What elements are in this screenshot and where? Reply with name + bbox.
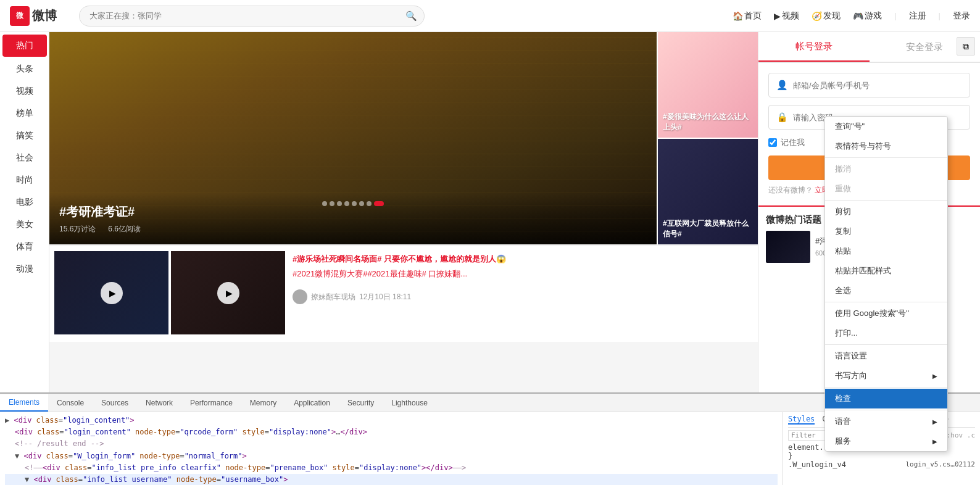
ctx-item-paste[interactable]: 粘贴: [825, 241, 947, 261]
ctx-divider-3: [825, 302, 947, 302]
carousel-title: #考研准考证#: [59, 204, 647, 220]
ctx-item-writing-direction[interactable]: 书写方向 ▶: [825, 366, 947, 386]
ctx-item-voice[interactable]: 语音 ▶: [825, 412, 947, 431]
copy-icon-btn[interactable]: ⧉: [957, 37, 975, 56]
video-thumb-1[interactable]: ▶: [54, 251, 168, 334]
hot-topic-thumbnail: [766, 231, 810, 263]
filter-hint: :hov .c: [947, 431, 975, 439]
devtab-performance[interactable]: Performance: [181, 394, 241, 412]
video-author-row: 撩妹翻车现场 12月10日 18:11: [293, 289, 748, 304]
side-card-2[interactable]: #互联网大厂裁员释放什么信号#: [658, 139, 758, 244]
styles-tab-styles[interactable]: Styles: [788, 415, 815, 425]
ctx-item-cut[interactable]: 剪切: [825, 202, 947, 222]
devtab-application[interactable]: Application: [285, 394, 339, 412]
ctx-item-selectall[interactable]: 全选: [825, 281, 947, 301]
rule-file[interactable]: login_v5.cs…02112: [905, 460, 975, 469]
author-name[interactable]: 撩妹翻车现场: [311, 292, 355, 302]
sidebar-item-video[interactable]: 视频: [2, 80, 47, 102]
ctx-item-language[interactable]: 语言设置: [825, 346, 947, 366]
nav-discover[interactable]: 🧭 发现: [812, 10, 841, 22]
ctx-divider-2: [825, 200, 947, 201]
email-field[interactable]: [793, 81, 962, 90]
services-arrow-icon: ▶: [932, 438, 937, 445]
ctx-item-google-search[interactable]: 使用 Google搜索"号": [825, 304, 947, 323]
code-line-1[interactable]: ▶ <div class="login_content">: [5, 415, 778, 426]
nav-links: 🏠 首页 ▶ 视频 🧭 发现 🎮 游戏 | 注册 | 登录: [733, 10, 970, 22]
ctx-item-emoji[interactable]: 表情符号与符号: [825, 136, 947, 156]
video-row: ▶ ▶ #游乐场社死瞬间名场面# 只要你不尴尬，尴尬的就是别人😱 #2021微博…: [49, 246, 758, 342]
sidebar-item-headlines[interactable]: 头条: [2, 58, 47, 80]
tab-account-login[interactable]: 帐号登录: [758, 32, 870, 62]
ctx-item-paste-match[interactable]: 粘贴并匹配样式: [825, 261, 947, 281]
ctx-item-inspect[interactable]: 检查: [825, 389, 947, 408]
code-line-5[interactable]: <!——<div class="info_list pre_info clear…: [5, 462, 778, 474]
ctx-divider-4: [825, 344, 947, 345]
logo-text: 微博: [32, 7, 57, 24]
play-icon-1: ▶: [101, 282, 123, 304]
code-line-6[interactable]: ▼ <div class="info_list username" node-t…: [5, 474, 778, 485]
email-input-wrap: 👤: [768, 73, 970, 97]
voice-arrow-icon: ▶: [932, 418, 937, 425]
carousel-meta: 15.6万讨论 6.6亿阅读: [59, 224, 647, 234]
side-card-1[interactable]: #爱很美味为什么这么让人上头#: [658, 32, 758, 138]
user-icon: 👤: [776, 80, 788, 91]
remember-label: 记住我: [781, 137, 805, 148]
nav-games[interactable]: 🎮 游戏: [853, 10, 882, 22]
ctx-divider-5: [825, 387, 947, 388]
devtab-sources[interactable]: Sources: [93, 394, 137, 412]
nav-divider2: |: [939, 11, 941, 20]
top-navbar: 微 微博 🔍 🏠 首页 ▶ 视频 🧭 发现 🎮 游戏 | 注册 | 登录: [0, 0, 980, 32]
devtab-lighthouse[interactable]: Lighthouse: [383, 394, 436, 412]
sidebar-item-movies[interactable]: 电影: [2, 191, 47, 213]
register-btn[interactable]: 注册: [909, 10, 926, 22]
ctx-item-search[interactable]: 查询"号": [825, 117, 947, 136]
video-tag[interactable]: #游乐场社死瞬间名场面# 只要你不尴尬，尴尬的就是别人😱: [293, 254, 748, 265]
search-bar: 🔍: [79, 6, 425, 27]
sidebar-item-hot[interactable]: 热门: [2, 35, 47, 57]
nav-home[interactable]: 🏠 首页: [733, 10, 762, 22]
sidebar-item-rankings[interactable]: 榜单: [2, 102, 47, 125]
side-card-1-text: #爱很美味为什么这么让人上头#: [663, 112, 753, 133]
carousel-dots: [322, 201, 384, 206]
carousel-section: #考研准考证# 15.6万讨论 6.6亿阅读: [49, 32, 758, 244]
sidebar-item-funny[interactable]: 搞笑: [2, 125, 47, 147]
nav-video[interactable]: ▶ 视频: [774, 10, 799, 22]
sidebar-item-social[interactable]: 社会: [2, 147, 47, 169]
video-tag2[interactable]: #2021微博混剪大赛##2021最佳趣味# 口撩妹翻...: [293, 268, 748, 280]
devtab-console[interactable]: Console: [48, 394, 93, 412]
code-panel: ▶ <div class="login_content"> <div class…: [0, 412, 783, 485]
devtab-security[interactable]: Security: [339, 394, 383, 412]
sidebar: 热门 头条 视频 榜单 搞笑 社会 时尚 电影 美女 体育 动漫: [0, 32, 49, 392]
devtab-memory[interactable]: Memory: [241, 394, 285, 412]
ctx-item-copy[interactable]: 复制: [825, 222, 947, 241]
context-menu: 查询"号" 表情符号与符号 撤消 重做 剪切 复制 粘贴 粘贴并匹配样式 全选 …: [824, 116, 948, 452]
video-info-area: #游乐场社死瞬间名场面# 只要你不尴尬，尴尬的就是别人😱 #2021微博混剪大赛…: [288, 251, 753, 337]
logo-icon: 微: [10, 6, 30, 26]
ctx-divider-6: [825, 410, 947, 410]
remember-checkbox[interactable]: [768, 138, 777, 147]
author-time: 12月10日 18:11: [359, 292, 411, 302]
sidebar-item-beauty[interactable]: 美女: [2, 213, 47, 236]
style-rule-3: .W_unlogin_v4 login_v5.cs…02112: [788, 460, 975, 469]
code-line-3: <!-- /result end -->: [5, 438, 778, 450]
lock-icon: 🔒: [776, 112, 788, 123]
search-icon[interactable]: 🔍: [405, 10, 417, 22]
side-card-2-text: #互联网大厂裁员释放什么信号#: [663, 218, 753, 239]
ctx-item-redo[interactable]: 重做: [825, 179, 947, 199]
code-line-2[interactable]: <div class="login_content" node-type="qr…: [5, 426, 778, 438]
devtab-network[interactable]: Network: [137, 394, 181, 412]
video-thumb-2[interactable]: ▶: [171, 251, 285, 334]
login-btn-nav[interactable]: 登录: [953, 10, 970, 22]
ctx-item-undo[interactable]: 撤消: [825, 159, 947, 179]
search-input[interactable]: [79, 6, 425, 27]
code-line-4[interactable]: ▼ <div class="W_login_form" node-type="n…: [5, 450, 778, 462]
carousel-main[interactable]: #考研准考证# 15.6万讨论 6.6亿阅读: [49, 32, 657, 244]
devtab-elements[interactable]: Elements: [0, 394, 48, 412]
sidebar-item-sports[interactable]: 体育: [2, 236, 47, 258]
sidebar-item-fashion[interactable]: 时尚: [2, 169, 47, 191]
ctx-item-print[interactable]: 打印...: [825, 323, 947, 343]
logo-area[interactable]: 微 微博: [10, 6, 72, 26]
ctx-item-services[interactable]: 服务 ▶: [825, 431, 947, 451]
ctx-divider-1: [825, 157, 947, 158]
sidebar-item-anime[interactable]: 动漫: [2, 258, 47, 280]
